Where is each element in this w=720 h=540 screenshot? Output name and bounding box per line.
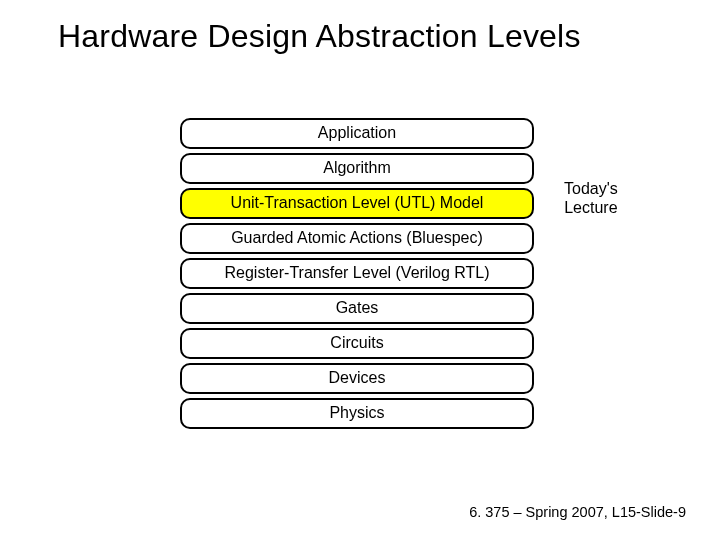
- level-physics: Physics: [180, 398, 534, 429]
- todays-lecture-annotation: Today's Lecture: [564, 180, 618, 218]
- slide-title: Hardware Design Abstraction Levels: [0, 0, 720, 55]
- level-circuits: Circuits: [180, 328, 534, 359]
- level-rtl: Register-Transfer Level (Verilog RTL): [180, 258, 534, 289]
- abstraction-stack: Application Algorithm Unit-Transaction L…: [180, 118, 534, 429]
- level-devices: Devices: [180, 363, 534, 394]
- level-algorithm: Algorithm: [180, 153, 534, 184]
- annotation-line1: Today's: [564, 180, 618, 199]
- slide-footer: 6. 375 – Spring 2007, L15-Slide-9: [469, 504, 686, 520]
- level-utl: Unit-Transaction Level (UTL) Model: [180, 188, 534, 219]
- level-gaa: Guarded Atomic Actions (Bluespec): [180, 223, 534, 254]
- annotation-line2: Lecture: [564, 199, 618, 218]
- level-gates: Gates: [180, 293, 534, 324]
- level-application: Application: [180, 118, 534, 149]
